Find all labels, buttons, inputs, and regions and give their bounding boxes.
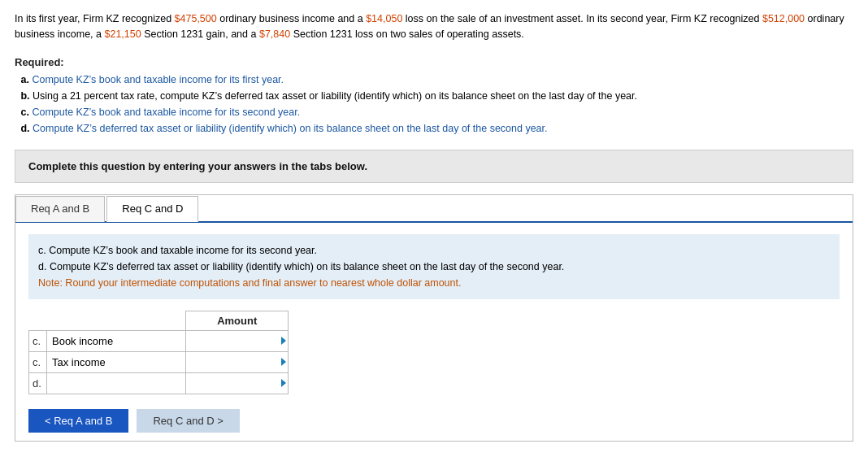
req-a-link[interactable]: Compute KZ’s book and taxable income for… (32, 74, 284, 85)
req-b-label: b. Using a 21 percent tax rate, compute … (18, 90, 637, 102)
req-a-label: a. Compute KZ’s book and taxable income … (18, 74, 284, 85)
prev-button[interactable]: < Req A and B (28, 409, 128, 433)
income-table: Amount c. Book income c. Tax income (28, 311, 289, 394)
req-d-link[interactable]: Compute KZ’s deferred tax asset or liabi… (33, 123, 547, 134)
book-income-input[interactable] (191, 334, 283, 348)
req-c-label: c. Compute KZ’s book and taxable income … (18, 107, 300, 118)
book-income-input-cell (186, 330, 289, 351)
req-c-link[interactable]: Compute KZ’s book and taxable income for… (32, 107, 300, 118)
d-label (46, 372, 185, 394)
next-button[interactable]: Req C and D > (137, 409, 239, 433)
nav-buttons: < Req A and B Req C and D > (28, 409, 840, 433)
complete-box: Complete this question by entering your … (15, 150, 853, 183)
table-row-d: d. (29, 372, 289, 394)
note-orange: Note: Round your intermediate computatio… (38, 277, 461, 289)
instruction-line2: d. Compute KZ’s deferred tax asset or li… (38, 259, 830, 275)
amount-header: Amount (186, 311, 289, 330)
d-input-cell (186, 372, 289, 394)
row-id-c1: c. (29, 330, 47, 351)
tabs-container: Req A and B Req C and D c. Compute KZ’s … (15, 194, 853, 442)
d-input[interactable] (191, 376, 283, 390)
complete-box-text: Complete this question by entering your … (28, 160, 367, 172)
instruction-note: Note: Round your intermediate computatio… (38, 275, 830, 291)
row-id-d: d. (29, 372, 47, 394)
req-item-d: d. Compute KZ’s deferred tax asset or li… (18, 120, 853, 137)
required-title: Required: (15, 56, 853, 68)
table-row-book-income: c. Book income (29, 330, 289, 351)
tax-income-indicator (281, 358, 286, 366)
d-indicator (281, 379, 286, 387)
tax-income-input-cell (186, 351, 289, 372)
tab-content-req-cd: c. Compute KZ’s book and taxable income … (15, 223, 853, 441)
tab-bar: Req A and B Req C and D (15, 195, 853, 223)
req-d-label: d. Compute KZ’s deferred tax asset or li… (18, 123, 548, 134)
tab-req-cd[interactable]: Req C and D (106, 196, 198, 222)
req-item-c: c. Compute KZ’s book and taxable income … (18, 104, 853, 120)
instruction-line1: c. Compute KZ’s book and taxable income … (38, 242, 830, 259)
table-row-tax-income: c. Tax income (29, 351, 289, 372)
tax-income-label: Tax income (46, 351, 185, 372)
book-income-label: Book income (46, 330, 185, 351)
tab-req-ab[interactable]: Req A and B (15, 196, 105, 222)
instruction-box: c. Compute KZ’s book and taxable income … (28, 234, 840, 299)
required-section: Required: a. Compute KZ’s book and taxab… (15, 56, 853, 137)
req-item-b: b. Using a 21 percent tax rate, compute … (18, 88, 853, 104)
req-item-a: a. Compute KZ’s book and taxable income … (18, 72, 853, 88)
tax-income-input[interactable] (191, 355, 283, 369)
intro-paragraph: In its first year, Firm KZ recognized $4… (15, 11, 853, 43)
book-income-indicator (281, 337, 286, 345)
row-id-c2: c. (29, 351, 47, 372)
